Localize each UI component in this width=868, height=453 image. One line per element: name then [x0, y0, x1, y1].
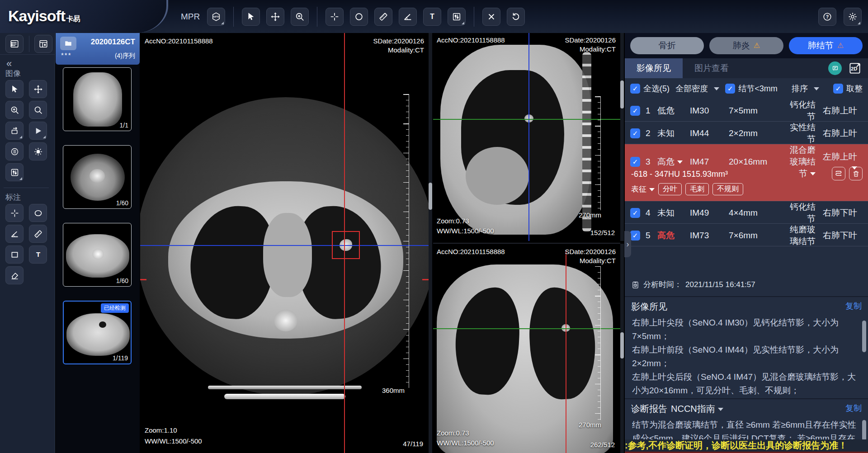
sidebar-text-button[interactable]: T: [29, 245, 47, 264]
crosshair-tool-button[interactable]: [326, 8, 344, 26]
nodule-risk-dropdown[interactable]: 高危: [657, 156, 690, 168]
mode-label: 骨折: [659, 40, 676, 52]
sidebar-divider: [4, 188, 49, 188]
nodule-row-4[interactable]: 4 未知 IM49 4×4mm 钙化结节 右肺下叶: [625, 201, 868, 224]
sidebar-crosshair-button[interactable]: [5, 204, 24, 222]
thumbnail-series-3[interactable]: 1/60: [63, 223, 132, 287]
axial-reference-line[interactable]: [433, 119, 620, 120]
report-scrollbar-thumb[interactable]: [862, 420, 866, 441]
checkbox[interactable]: [630, 106, 640, 116]
sidebar-ruler-button[interactable]: [29, 225, 47, 243]
guideline-dropdown[interactable]: NCCN指南: [671, 403, 723, 415]
ruler-tool-button[interactable]: [374, 8, 392, 26]
report-chat-button[interactable]: [828, 61, 842, 75]
tab-image-view[interactable]: 图片查看: [683, 58, 741, 78]
sort-dropdown[interactable]: 排序: [780, 83, 830, 94]
ruler-icon: [378, 12, 388, 22]
select-all-checkbox[interactable]: 全选(5): [630, 83, 670, 94]
findings-scrollbar-thumb[interactable]: [862, 321, 866, 352]
ellipse-tool-button[interactable]: [350, 8, 368, 26]
cursor-tool-button[interactable]: [242, 8, 260, 26]
sidebar-brightness-button[interactable]: [29, 142, 47, 160]
2d-view-toggle-button[interactable]: 2D: [848, 61, 862, 75]
image-tools-section-title: 图像: [5, 68, 21, 79]
sidebar-zoom-in-button[interactable]: [5, 101, 24, 119]
settings-button[interactable]: [844, 8, 862, 26]
axial-reference-line[interactable]: [433, 328, 620, 329]
delete-nodule-button[interactable]: [849, 167, 863, 180]
delete-annotation-button[interactable]: [482, 8, 500, 26]
density-filter-dropdown[interactable]: 全部密度: [672, 83, 722, 94]
axial-spine: [90, 169, 105, 183]
tab-image-findings[interactable]: 影像所见: [625, 58, 683, 78]
axial-trachea: [99, 321, 106, 328]
nodule-row-5[interactable]: 5 高危 IM73 7×6mm 纯磨玻璃结节 右肺下叶: [625, 224, 868, 246]
open-study-button[interactable]: [60, 37, 76, 50]
nodule-row-1[interactable]: 1 低危 IM30 7×5mm 钙化结节 右肺上叶: [625, 99, 868, 122]
locate-nodule-button[interactable]: [832, 167, 845, 180]
sidebar-rectangle-button[interactable]: [5, 245, 24, 264]
axial-scrollbar-thumb[interactable]: [429, 183, 432, 210]
sagittal-scrollbar-thumb[interactable]: [620, 80, 624, 109]
checkbox[interactable]: [630, 128, 640, 138]
nodule-type: 钙化结节: [787, 201, 819, 225]
findings-section-title: 影像所见: [631, 301, 667, 313]
window-level-icon: [452, 12, 462, 22]
checkbox[interactable]: [725, 84, 735, 94]
checkbox[interactable]: [630, 157, 640, 167]
panel-collapse-handle[interactable]: ›: [624, 231, 631, 257]
checkbox[interactable]: [833, 84, 843, 94]
sagittal-scrollbar-track[interactable]: [620, 33, 624, 241]
series-list-tab[interactable]: [5, 35, 24, 53]
sidebar-rotate-button[interactable]: [5, 122, 24, 140]
thumbnail-series-4-selected[interactable]: 已经检测 1/119: [63, 301, 132, 364]
text-tool-button[interactable]: T: [423, 8, 441, 26]
mode-lung-nodule-button[interactable]: 肺结节 ⚠: [789, 37, 863, 54]
thumbnail-scout[interactable]: 1/1: [63, 67, 132, 131]
sidebar-pan-button[interactable]: [29, 80, 47, 98]
nodule-row-2[interactable]: 2 未知 IM44 2×2mm 实性结节 右肺上叶: [625, 122, 868, 144]
sidebar-window-level-button[interactable]: [5, 163, 24, 181]
series-thumbnail-panel: 20200126CT *** (4)序列 1/1 1/60 1/60 已经检测 …: [56, 33, 140, 453]
window-level-tool-button[interactable]: [448, 8, 466, 26]
mode-fracture-button[interactable]: 骨折: [630, 37, 704, 54]
sidebar-collapse-button[interactable]: «: [6, 59, 12, 68]
copy-findings-button[interactable]: 复制: [845, 301, 862, 311]
copy-report-button[interactable]: 复制: [845, 403, 862, 414]
axial-scrollbar-track[interactable]: [429, 33, 432, 453]
checkbox[interactable]: [630, 84, 640, 94]
feature-tag-irregular[interactable]: 不规则: [712, 183, 743, 195]
mode-pneumonia-button[interactable]: 肺炎 ⚠: [709, 37, 783, 54]
sagittal-viewport[interactable]: 270mm AccNO:202101158888 SDate:20200126 …: [433, 33, 620, 241]
lt3mm-checkbox[interactable]: 结节<3mm: [725, 83, 778, 94]
checkbox[interactable]: [630, 208, 640, 218]
help-button[interactable]: ?: [818, 8, 836, 26]
mpr-layout-button[interactable]: MPR: [207, 8, 225, 26]
sidebar-eraser-button[interactable]: [5, 266, 24, 284]
nodule-roi-box[interactable]: [332, 231, 360, 259]
feature-tag-spiculation[interactable]: 毛刺: [685, 183, 709, 195]
rotate-reset-button[interactable]: [507, 8, 525, 26]
feature-tag-lobulation[interactable]: 分叶: [658, 183, 682, 195]
pan-tool-button[interactable]: [266, 8, 284, 26]
coronal-scrollbar-thumb[interactable]: [620, 332, 624, 359]
nodule-row-3-selected[interactable]: 3 高危 IM47 20×16mm 混合磨玻璃结节 左肺上叶 -618 - 34…: [625, 144, 868, 201]
checkbox[interactable]: [630, 231, 640, 241]
coronal-viewport[interactable]: 270mm AccNO:202101158888 SDate:20200126 …: [433, 243, 620, 453]
sagittal-reference-line[interactable]: [140, 245, 429, 246]
coronal-reference-line[interactable]: [528, 33, 529, 241]
sagittal-reference-line[interactable]: [566, 250, 566, 453]
angle-tool-button[interactable]: [399, 8, 417, 26]
sidebar-cursor-button[interactable]: [5, 80, 24, 98]
close-layout-tab[interactable]: [34, 35, 52, 53]
feature-dropdown[interactable]: 表征: [631, 184, 655, 194]
thumbnail-series-2[interactable]: 1/60: [63, 145, 132, 209]
sidebar-invert-button[interactable]: [5, 142, 24, 160]
sidebar-ellipse-button[interactable]: [29, 204, 47, 222]
sidebar-magnify-button[interactable]: [29, 101, 47, 119]
axial-viewport[interactable]: 360mm AccNO:202101158888 SDate:20200126 …: [140, 33, 429, 453]
zoom-in-tool-button[interactable]: [291, 8, 309, 26]
round-checkbox[interactable]: 取整: [833, 83, 863, 94]
sidebar-cine-button[interactable]: [29, 122, 47, 140]
sidebar-angle-button[interactable]: [5, 225, 24, 243]
